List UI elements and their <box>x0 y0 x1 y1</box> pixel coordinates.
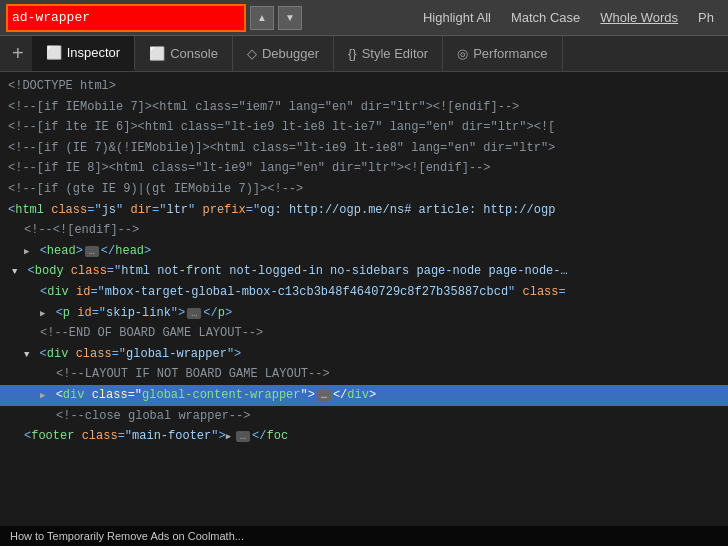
code-line-12[interactable]: ▶ <p id="skip-link">…</p> <box>0 303 728 324</box>
code-text: ▼ <body class="html not-front not-logged… <box>8 262 568 281</box>
tab-debugger[interactable]: ◇ Debugger <box>233 36 334 71</box>
code-line-10[interactable]: ▼ <body class="html not-front not-logged… <box>0 261 728 282</box>
code-line-11[interactable]: <div id="mbox-target-global-mbox-c13cb3b… <box>0 282 728 303</box>
search-prev-button[interactable]: ▲ <box>250 6 274 30</box>
bottom-status-text: How to Temporarily Remove Ads on Coolmat… <box>10 530 244 542</box>
code-line-6[interactable]: <!--[if (gte IE 9)|(gt IEMobile 7)]><!--… <box>0 179 728 200</box>
code-text: <!--[if IE 8]><html class="lt-ie9" lang=… <box>8 159 490 178</box>
code-line-9[interactable]: ▶ <head>…</head> <box>0 241 728 262</box>
code-text: <html class="js" dir="ltr" prefix="og: h… <box>8 201 555 220</box>
search-next-button[interactable]: ▼ <box>278 6 302 30</box>
code-line-5[interactable]: <!--[if IE 8]><html class="lt-ie9" lang=… <box>0 158 728 179</box>
code-line-2[interactable]: <!--[if IEMobile 7]><html class="iem7" l… <box>0 97 728 118</box>
match-case-option[interactable]: Match Case <box>503 10 588 25</box>
code-line-16[interactable]: ▶ <div class="global-content-wrapper">…<… <box>0 385 728 406</box>
more-option[interactable]: Ph <box>690 10 722 25</box>
code-text: ▼ <div class="global-wrapper"> <box>8 345 241 364</box>
code-line-3[interactable]: <!--[if lte IE 6]><html class="lt-ie9 lt… <box>0 117 728 138</box>
code-text: <div id="mbox-target-global-mbox-c13cb3b… <box>8 283 566 302</box>
whole-words-option[interactable]: Whole Words <box>592 10 686 25</box>
collapse-triangle[interactable]: ▼ <box>24 349 29 363</box>
search-input[interactable] <box>12 10 240 25</box>
code-text: <!--close global wrapper--> <box>8 407 250 426</box>
tab-console[interactable]: ⬜ Console <box>135 36 233 71</box>
inspector-icon: ⬜ <box>46 45 62 60</box>
code-line-4[interactable]: <!--[if (IE 7)&(!IEMobile)]><html class=… <box>0 138 728 159</box>
style-editor-icon: {} <box>348 46 357 61</box>
code-line-8[interactable]: <!--<![endif]--> <box>0 220 728 241</box>
performance-icon: ◎ <box>457 46 468 61</box>
search-toolbar: ▲ ▼ Highlight All Match Case Whole Words… <box>0 0 728 36</box>
code-text: <!--[if (gte IE 9)|(gt IEMobile 7)]><!--… <box>8 180 303 199</box>
code-text: ▶ <div class="global-content-wrapper">…<… <box>8 386 376 405</box>
tab-performance[interactable]: ◎ Performance <box>443 36 562 71</box>
code-line-14[interactable]: ▼ <div class="global-wrapper"> <box>0 344 728 365</box>
collapse-triangle[interactable]: ▶ <box>40 390 45 404</box>
code-line-15[interactable]: <!--LAYOUT IF NOT BOARD GAME LAYOUT--> <box>0 364 728 385</box>
code-line-7[interactable]: <html class="js" dir="ltr" prefix="og: h… <box>0 200 728 221</box>
code-text: <!--<![endif]--> <box>8 221 139 240</box>
code-line-13[interactable]: <!--END OF BOARD GAME LAYOUT--> <box>0 323 728 344</box>
tab-debugger-label: Debugger <box>262 46 319 61</box>
tab-performance-label: Performance <box>473 46 547 61</box>
code-line-17[interactable]: <!--close global wrapper--> <box>0 406 728 427</box>
collapse-triangle[interactable]: ▶ <box>24 246 29 260</box>
tab-style-editor-label: Style Editor <box>362 46 428 61</box>
html-inspector-content: <!DOCTYPE html> <!--[if IEMobile 7]><htm… <box>0 72 728 546</box>
console-icon: ⬜ <box>149 46 165 61</box>
highlight-all-option[interactable]: Highlight All <box>415 10 499 25</box>
code-text: <!--[if IEMobile 7]><html class="iem7" l… <box>8 98 519 117</box>
code-text: ▶ <p id="skip-link">…</p> <box>8 304 232 323</box>
code-line-18[interactable]: <footer class="main-footer">▶…</foc <box>0 426 728 447</box>
code-line-1[interactable]: <!DOCTYPE html> <box>0 76 728 97</box>
code-text: <!--END OF BOARD GAME LAYOUT--> <box>8 324 263 343</box>
code-text: ▶ <head>…</head> <box>8 242 151 261</box>
tab-bar: + ⬜ Inspector ⬜ Console ◇ Debugger {} St… <box>0 36 728 72</box>
code-text: <!DOCTYPE html> <box>8 77 116 96</box>
collapse-triangle[interactable]: ▶ <box>226 431 231 445</box>
collapse-triangle[interactable]: ▶ <box>40 308 45 322</box>
add-button[interactable]: + <box>4 36 32 71</box>
code-text: <!--LAYOUT IF NOT BOARD GAME LAYOUT--> <box>8 365 330 384</box>
tab-console-label: Console <box>170 46 218 61</box>
search-input-wrapper[interactable] <box>6 4 246 32</box>
tab-style-editor[interactable]: {} Style Editor <box>334 36 443 71</box>
tab-inspector[interactable]: ⬜ Inspector <box>32 36 135 71</box>
collapse-triangle[interactable]: ▼ <box>12 266 17 280</box>
tab-inspector-label: Inspector <box>67 45 120 60</box>
code-text: <!--[if lte IE 6]><html class="lt-ie9 lt… <box>8 118 555 137</box>
code-text: <footer class="main-footer">▶…</foc <box>8 427 288 446</box>
debugger-icon: ◇ <box>247 46 257 61</box>
bottom-status-bar: How to Temporarily Remove Ads on Coolmat… <box>0 526 728 546</box>
code-text: <!--[if (IE 7)&(!IEMobile)]><html class=… <box>8 139 555 158</box>
